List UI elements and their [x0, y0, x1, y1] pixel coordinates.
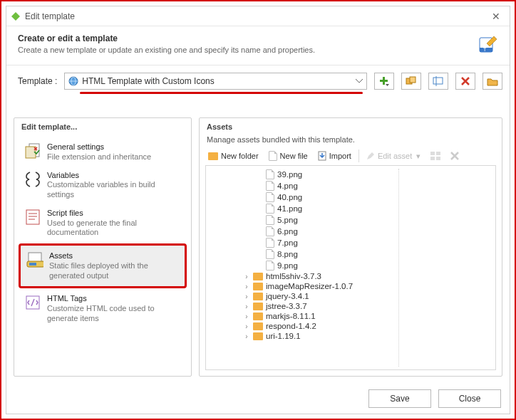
- delete-asset-button[interactable]: [446, 150, 463, 162]
- new-file-button[interactable]: New file: [264, 149, 312, 162]
- file-icon: [266, 226, 274, 236]
- file-icon: [266, 238, 274, 248]
- open-folder-button[interactable]: [483, 73, 502, 90]
- folder-node[interactable]: ›imageMapResizer-1.0.7: [243, 282, 492, 290]
- folder-name: uri-1.19.1: [266, 332, 301, 340]
- folder-icon: [208, 152, 218, 160]
- template-label: Template :: [18, 76, 57, 86]
- pencil-icon: [366, 152, 375, 160]
- close-button-footer[interactable]: Close: [438, 389, 501, 408]
- sidebar-item-title: General settings: [47, 142, 151, 152]
- chevron-down-icon: ▾: [416, 152, 420, 161]
- sidebar-item-sub: Customize HTML code used to generate ite…: [47, 304, 181, 324]
- dialog: Edit template ✕ Create or edit a templat…: [6, 6, 510, 414]
- folder-icon: [253, 273, 263, 280]
- folder-icon: [253, 283, 263, 290]
- file-node[interactable]: 7.png: [256, 238, 492, 248]
- asset-tree[interactable]: 39.png4.png40.png41.png5.png6.png7.png8.…: [205, 165, 496, 370]
- sidebar-item-general-settings[interactable]: General settingsFile extension and inher…: [20, 138, 185, 167]
- file-icon: [266, 215, 274, 225]
- new-folder-button[interactable]: New folder: [204, 150, 263, 162]
- folder-node[interactable]: ›html5shiv-3.7.3: [243, 272, 492, 280]
- file-node[interactable]: 9.png: [256, 261, 492, 271]
- file-icon: [269, 151, 277, 161]
- file-icon: [266, 249, 274, 259]
- sidebar-item-icon: [24, 142, 41, 159]
- template-select[interactable]: HTML Template with Custom Icons: [64, 73, 367, 90]
- svg-rect-8: [380, 80, 388, 82]
- add-template-button[interactable]: [374, 73, 394, 90]
- svg-rect-21: [29, 263, 36, 266]
- save-button[interactable]: Save: [368, 389, 431, 408]
- file-node[interactable]: 40.png: [256, 192, 492, 202]
- expand-icon[interactable]: ›: [243, 332, 250, 340]
- left-panel: Edit template... General settingsFile ex…: [14, 117, 192, 377]
- file-icon: [266, 181, 274, 191]
- file-node[interactable]: 6.png: [256, 226, 492, 236]
- folder-icon: [253, 293, 263, 300]
- folder-name: jstree-3.3.7: [266, 302, 307, 310]
- file-icon: [266, 169, 274, 179]
- sidebar-item-script-files[interactable]: Script filesUsed to generate the final d…: [20, 204, 185, 242]
- file-icon: [266, 204, 274, 214]
- header-title: Create or edit a template: [18, 33, 477, 43]
- delete-template-button[interactable]: [455, 73, 475, 90]
- file-node[interactable]: 41.png: [256, 204, 492, 214]
- sidebar-item-title: Script files: [47, 209, 181, 219]
- layout-button[interactable]: [426, 150, 445, 162]
- file-node[interactable]: 8.png: [256, 249, 492, 259]
- rename-template-button[interactable]: [428, 73, 448, 90]
- svg-rect-10: [410, 77, 416, 83]
- file-name: 5.png: [277, 216, 298, 224]
- sidebar-item-icon: [24, 171, 41, 188]
- file-node[interactable]: 4.png: [256, 181, 492, 191]
- sidebar-item-icon: [26, 251, 43, 268]
- expand-icon[interactable]: ›: [243, 313, 250, 320]
- expand-icon[interactable]: ›: [243, 293, 250, 300]
- sidebar-item-variables[interactable]: VariablesCustomizable variables in build…: [20, 167, 185, 204]
- edit-asset-button[interactable]: Edit asset▾: [362, 150, 425, 162]
- right-panel: Assets Manage assets bundled with this t…: [199, 117, 502, 377]
- folder-name: imageMapResizer-1.0.7: [266, 282, 353, 290]
- folder-name: html5shiv-3.7.3: [266, 272, 321, 280]
- right-panel-subtitle: Manage assets bundled with this template…: [200, 135, 502, 148]
- sidebar-item-html-tags[interactable]: HTML TagsCustomize HTML code used to gen…: [20, 290, 185, 327]
- sidebar-item-title: Variables: [47, 171, 181, 181]
- folder-icon: [253, 303, 263, 310]
- folder-node[interactable]: ›respond-1.4.2: [243, 322, 492, 330]
- sidebar-item-title: Assets: [49, 251, 179, 261]
- folder-icon: [253, 313, 263, 320]
- file-icon: [266, 192, 274, 202]
- svg-rect-26: [430, 157, 435, 160]
- expand-icon[interactable]: ›: [243, 303, 250, 310]
- folder-node[interactable]: ›markjs-8.11.1: [243, 312, 492, 320]
- left-panel-title: Edit template...: [14, 118, 191, 135]
- copy-template-button[interactable]: [401, 73, 421, 90]
- folder-node[interactable]: ›jquery-3.4.1: [243, 292, 492, 300]
- highlight-underline: [80, 92, 363, 94]
- titlebar: Edit template ✕: [6, 6, 510, 26]
- file-name: 41.png: [277, 204, 302, 213]
- svg-rect-25: [436, 152, 440, 155]
- svg-rect-15: [26, 210, 39, 224]
- file-icon: [266, 261, 274, 271]
- footer: Save Close: [368, 389, 501, 408]
- chevron-down-icon: [356, 79, 363, 83]
- expand-icon[interactable]: ›: [243, 322, 250, 330]
- import-button[interactable]: Import: [314, 149, 356, 162]
- svg-rect-27: [436, 157, 440, 160]
- expand-icon[interactable]: ›: [243, 273, 250, 280]
- folder-name: respond-1.4.2: [266, 322, 316, 330]
- right-panel-title: Assets: [200, 118, 502, 135]
- folder-node[interactable]: ›uri-1.19.1: [243, 332, 492, 340]
- file-node[interactable]: 39.png: [256, 169, 492, 179]
- folder-node[interactable]: ›jstree-3.3.7: [243, 302, 492, 310]
- close-button[interactable]: ✕: [487, 9, 505, 23]
- sidebar-item-assets[interactable]: AssetsStatic files deployed with the gen…: [19, 243, 187, 288]
- file-node[interactable]: 5.png: [256, 215, 492, 225]
- file-name: 6.png: [277, 227, 298, 236]
- sidebar-item-icon: [24, 294, 41, 311]
- file-name: 7.png: [277, 238, 298, 247]
- expand-icon[interactable]: ›: [243, 283, 250, 290]
- file-name: 4.png: [277, 182, 298, 190]
